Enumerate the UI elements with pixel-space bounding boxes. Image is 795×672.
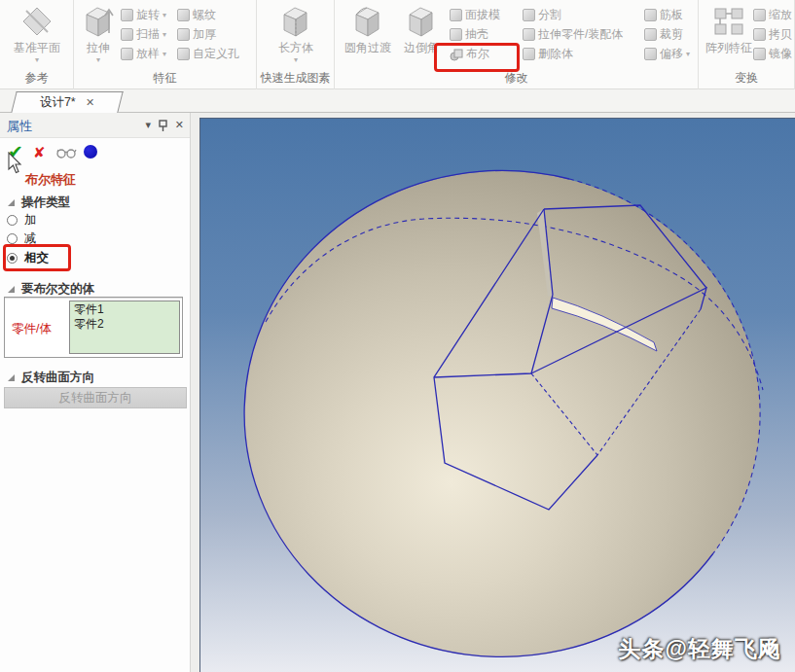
- shell-label: 抽壳: [465, 26, 488, 43]
- ribbon-group-features: 拉伸 ▾ 旋转▾ 扫描▾ 放样▾ 螺纹 加厚 自定义孔 特征: [74, 0, 257, 89]
- group-label-primitives: 快速生成图素: [257, 70, 334, 87]
- panel-menu-icon[interactable]: ▾: [145, 119, 151, 131]
- delete-body-label: 删除体: [538, 46, 573, 62]
- fillet-icon: [350, 4, 385, 39]
- loft-button[interactable]: 放样▾: [121, 46, 166, 62]
- fillet-button[interactable]: 圆角过渡: [339, 4, 397, 56]
- copy-button[interactable]: 拷贝: [753, 26, 792, 43]
- cancel-button[interactable]: ✘: [33, 144, 46, 161]
- copy-label: 拷贝: [769, 26, 792, 43]
- group-label-features: 特征: [74, 70, 256, 87]
- face-draft-button[interactable]: 面拔模: [450, 7, 500, 23]
- extrude-icon: [81, 4, 116, 39]
- dropdown-arrow-icon: ▾: [269, 56, 323, 63]
- color-swatch-button[interactable]: [84, 145, 97, 159]
- box-label: 长方体: [269, 40, 323, 56]
- stretch-part-label: 拉伸零件/装配体: [538, 26, 623, 43]
- ribbon-group-primitives: 长方体 ▾ 快速生成图素: [257, 0, 335, 89]
- feature-title: 布尔特征: [25, 171, 76, 189]
- thicken-icon: [177, 28, 190, 41]
- delete-body-icon: [523, 48, 535, 60]
- dropdown-arrow-icon: ▾: [78, 56, 119, 63]
- section-bodies-title: 要布尔交的体: [21, 281, 94, 298]
- thread-label: 螺纹: [193, 7, 216, 23]
- sweep-button[interactable]: 扫描▾: [121, 26, 166, 43]
- revolve-icon: [121, 9, 133, 21]
- revolve-label: 旋转: [136, 7, 160, 23]
- ribbon: 基准平面 ▾ 参考 拉伸 ▾ 旋转▾ 扫描▾ 放样▾ 螺纹 加厚 自定义孔 特征…: [0, 0, 795, 89]
- loft-icon: [121, 48, 133, 60]
- sphere-body[interactable]: [244, 171, 760, 657]
- chamfer-icon: [404, 4, 439, 39]
- section-operation-type[interactable]: 操作类型: [8, 195, 70, 211]
- thicken-label: 加厚: [193, 26, 216, 43]
- group-label-reference: 参考: [0, 70, 73, 87]
- thicken-button[interactable]: 加厚: [177, 26, 216, 43]
- watermark: 头条@轻舞飞飏: [619, 634, 781, 664]
- mirror-button[interactable]: 镜像: [753, 46, 792, 62]
- radio-add[interactable]: 加: [7, 212, 37, 229]
- extrude-button[interactable]: 拉伸 ▾: [78, 4, 119, 63]
- preview-glasses-icon[interactable]: [56, 147, 78, 159]
- scale-icon: [753, 9, 766, 21]
- rib-icon: [644, 9, 657, 21]
- radio-circle[interactable]: [7, 215, 18, 226]
- datum-plane-label: 基准平面: [10, 40, 64, 56]
- collapse-triangle-icon: [8, 374, 15, 381]
- radio-circle[interactable]: [7, 233, 18, 244]
- copy-icon: [753, 28, 766, 41]
- extrude-label: 拉伸: [78, 40, 119, 56]
- box-icon: [278, 4, 313, 39]
- list-item[interactable]: 零件1: [74, 302, 175, 317]
- boolean-command-highlight: [434, 43, 520, 72]
- mirror-label: 镜像: [769, 46, 792, 62]
- stretch-part-button[interactable]: 拉伸零件/装配体: [523, 26, 623, 43]
- panel-toolbar: ✔ ✘: [0, 138, 190, 169]
- trim-icon: [644, 28, 657, 41]
- dropdown-arrow-icon: ▾: [686, 50, 690, 58]
- pin-icon[interactable]: [158, 120, 168, 132]
- 3d-scene[interactable]: [200, 119, 795, 672]
- mirror-icon: [753, 48, 766, 60]
- viewport-canvas[interactable]: 头条@轻舞飞飏: [199, 118, 795, 672]
- dropdown-arrow-icon: ▾: [163, 30, 166, 39]
- bodies-listbox[interactable]: 零件1 零件2: [69, 301, 180, 354]
- rib-button[interactable]: 筋板: [644, 7, 683, 23]
- scale-button[interactable]: 缩放: [753, 7, 792, 23]
- bodies-table: 零件/体 零件1 零件2: [4, 297, 183, 358]
- datum-plane-button[interactable]: 基准平面 ▾: [10, 4, 64, 63]
- section-reverse-title: 反转曲面方向: [21, 370, 94, 386]
- thread-button[interactable]: 螺纹: [177, 7, 216, 23]
- face-draft-icon: [450, 9, 462, 21]
- reverse-direction-button[interactable]: 反转曲面方向: [4, 387, 187, 408]
- shell-button[interactable]: 抽壳: [450, 26, 488, 43]
- split-button[interactable]: 分割: [523, 7, 561, 23]
- scale-label: 缩放: [769, 7, 792, 23]
- dropdown-arrow-icon: ▾: [163, 11, 166, 19]
- panel-title: 属性: [7, 118, 32, 135]
- revolve-button[interactable]: 旋转▾: [121, 7, 166, 23]
- intersect-option-highlight: [3, 244, 71, 271]
- pattern-button[interactable]: 阵列特征: [703, 4, 755, 56]
- panel-close-icon[interactable]: ✕: [175, 119, 184, 131]
- offset-icon: [644, 48, 657, 60]
- trim-button[interactable]: 裁剪: [644, 26, 683, 43]
- tab-design7[interactable]: 设计7* ✕: [11, 91, 123, 113]
- section-bodies[interactable]: 要布尔交的体: [8, 281, 94, 298]
- tab-title: 设计7*: [40, 94, 76, 111]
- panel-header: 属性 ▾ ✕: [0, 113, 190, 138]
- list-item[interactable]: 零件2: [74, 317, 175, 332]
- rib-label: 筋板: [660, 7, 683, 23]
- panel-viewport-divider[interactable]: [191, 113, 199, 672]
- section-reverse[interactable]: 反转曲面方向: [8, 370, 94, 386]
- pattern-icon: [711, 4, 746, 39]
- custom-hole-button[interactable]: 自定义孔: [177, 46, 239, 62]
- offset-button[interactable]: 偏移▾: [644, 46, 690, 62]
- custom-hole-label: 自定义孔: [193, 46, 239, 62]
- datum-plane-icon: [19, 4, 54, 39]
- tab-close-icon[interactable]: ✕: [86, 96, 94, 109]
- delete-body-button[interactable]: 删除体: [523, 46, 573, 62]
- trim-label: 裁剪: [660, 26, 683, 43]
- bodies-row-label: 零件/体: [12, 321, 52, 337]
- box-primitive-button[interactable]: 长方体 ▾: [269, 4, 323, 63]
